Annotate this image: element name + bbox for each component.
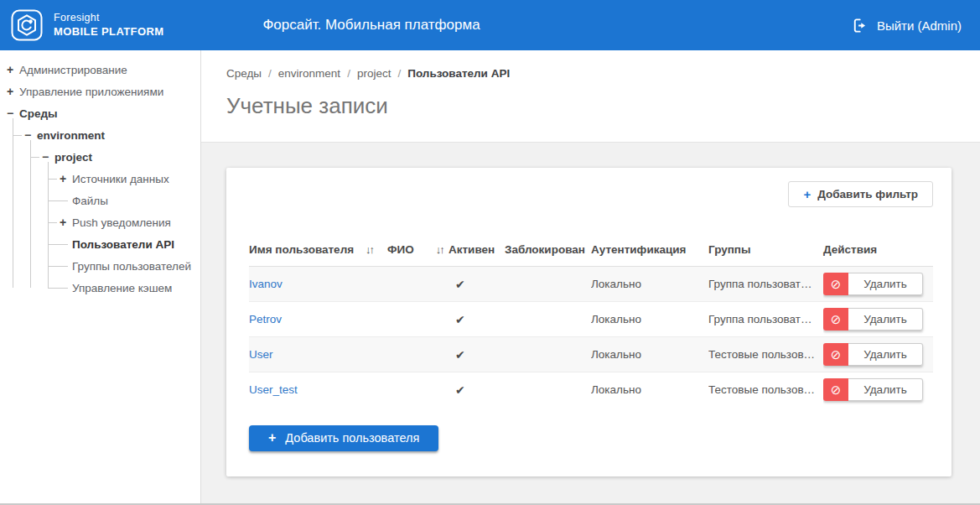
check-icon: ✔ [449,278,465,291]
column-header-label: Имя пользователя [249,243,354,256]
ban-icon: ⊘ [823,343,848,366]
expand-plus-icon[interactable]: + [7,63,18,76]
logo-line2: MOBILE PLATFORM [54,25,163,39]
breadcrumb-environment[interactable]: environment [278,67,340,80]
sort-icon[interactable]: ↓↑ [436,243,443,256]
sidebar-item-environment[interactable]: − environment [13,124,200,146]
groups-cell: Тестовые пользов… [708,337,823,372]
auth-cell: Локально [591,372,708,408]
column-header-username: Имя пользователя↓↑ [249,243,387,267]
groups-cell: Группа пользоват… [708,302,823,337]
add-user-button[interactable]: + Добавить пользователя [249,425,438,451]
project-children: + Источники данных Файлы + Push уведомле… [48,168,200,299]
sidebar-item-environments[interactable]: − Среды [7,102,200,124]
breadcrumb: Среды / environment / project / Пользова… [226,67,955,80]
plus-icon: + [803,188,811,200]
blocked-cell [505,372,591,408]
expand-plus-icon[interactable]: + [7,85,18,98]
breadcrumb-separator: / [262,67,278,80]
auth-cell: Локально [591,302,708,337]
delete-button-label: Удалить [848,273,923,295]
sidebar-item-data-sources[interactable]: + Источники данных [48,168,200,190]
delete-user-button[interactable]: ⊘ Удалить [823,343,923,366]
ban-icon: ⊘ [823,378,848,401]
column-header-label: ФИО [387,243,414,256]
add-user-label: Добавить пользователя [285,431,419,445]
logout-button[interactable]: Выйти (Admin) [853,18,962,34]
username-link[interactable]: User_test [249,383,298,396]
ban-icon: ⊘ [823,308,848,331]
add-filter-label: Добавить фильтр [817,188,918,200]
fio-cell [387,267,449,302]
sidebar-item-label: Управление приложениями [18,86,163,98]
sidebar-item-label: environment [36,129,105,142]
blocked-cell [505,337,591,372]
sidebar-item-files[interactable]: Файлы [48,190,200,211]
breadcrumb-project[interactable]: project [357,67,391,80]
app-logo[interactable]: Foresight MOBILE PLATFORM [10,8,163,42]
top-header: Foresight MOBILE PLATFORM Форсайт. Мобил… [0,0,980,50]
sidebar-item-app-management[interactable]: + Управление приложениями [7,81,200,102]
breadcrumb-environments[interactable]: Среды [226,67,262,80]
delete-user-button[interactable]: ⊘ Удалить [823,308,923,331]
delete-button-label: Удалить [848,378,923,401]
logo-line1: Foresight [54,12,163,25]
foresight-logo-icon [10,8,44,42]
delete-user-button[interactable]: ⊘ Удалить [823,378,923,401]
column-header-active: Активен [449,243,505,267]
delete-button-label: Удалить [848,308,923,331]
fio-cell [387,337,449,372]
delete-button-label: Удалить [848,343,923,366]
table-header-row: Имя пользователя↓↑ ФИО↓↑ Активен Заблоки… [249,243,933,267]
breadcrumb-api-users: Пользователи API [407,67,510,80]
sidebar-item-cache-management[interactable]: Управление кэшем [48,277,200,299]
sidebar-item-label: Администрирование [18,64,127,76]
expand-plus-icon[interactable]: + [60,172,71,185]
card-footer: + Добавить пользователя [249,425,933,451]
sidebar-item-label: Источники данных [71,173,169,185]
table-row: Ivanov ✔ Локально Группа пользоват… ⊘ Уд… [249,267,933,302]
ban-icon: ⊘ [823,273,848,295]
sidebar-item-user-groups[interactable]: Группы пользователей [48,255,200,277]
sort-icon[interactable]: ↓↑ [366,243,373,256]
delete-user-button[interactable]: ⊘ Удалить [823,273,923,295]
sidebar-item-api-users[interactable]: Пользователи API [48,233,200,255]
username-link[interactable]: Petrov [249,313,282,325]
sign-out-icon [853,18,869,34]
logout-label: Выйти (Admin) [877,18,962,33]
users-card: + Добавить фильтр Имя пользоват [226,168,951,476]
app-title: Форсайт. Мобильная платформа [262,17,480,34]
plus-icon: + [268,431,276,445]
column-header-actions: Действия [823,243,933,267]
table-row: User ✔ Локально Тестовые пользов… ⊘ Удал… [249,337,933,372]
breadcrumb-separator: / [340,67,357,80]
sidebar-item-label: Среды [18,107,58,120]
sidebar-item-label: Пользователи API [71,238,174,251]
environment-children: − project + Источники данных Файлы [30,146,200,299]
add-filter-button[interactable]: + Добавить фильтр [788,181,933,207]
sidebar-item-label: Push уведомления [71,216,171,229]
breadcrumb-separator: / [391,67,407,80]
users-table: Имя пользователя↓↑ ФИО↓↑ Активен Заблоки… [249,243,933,408]
sidebar-item-label: Управление кэшем [71,282,172,294]
column-header-fio: ФИО↓↑ [387,243,449,267]
environments-children: − environment − project + Источники данн… [13,124,200,299]
content-header: Среды / environment / project / Пользова… [201,50,980,143]
logo-text: Foresight MOBILE PLATFORM [54,12,163,39]
content-body: + Добавить фильтр Имя пользоват [201,143,980,503]
sidebar-item-project[interactable]: − project [30,146,200,168]
sidebar-item-label: Файлы [71,195,108,207]
auth-cell: Локально [591,267,708,302]
sidebar-nav: + Администрирование + Управление приложе… [0,50,201,503]
sidebar-item-push-notifications[interactable]: + Push уведомления [48,211,200,233]
table-row: User_test ✔ Локально Тестовые пользов… ⊘… [249,372,933,408]
blocked-cell [505,267,591,302]
expand-plus-icon[interactable]: + [60,216,71,229]
sidebar-item-administration[interactable]: + Администрирование [7,59,200,81]
table-row: Petrov ✔ Локально Группа пользоват… ⊘ Уд… [249,302,933,337]
check-icon: ✔ [449,383,465,397]
column-header-groups: Группы [708,243,823,267]
username-link[interactable]: Ivanov [249,278,283,290]
groups-cell: Тестовые пользов… [708,372,823,408]
username-link[interactable]: User [249,348,273,361]
